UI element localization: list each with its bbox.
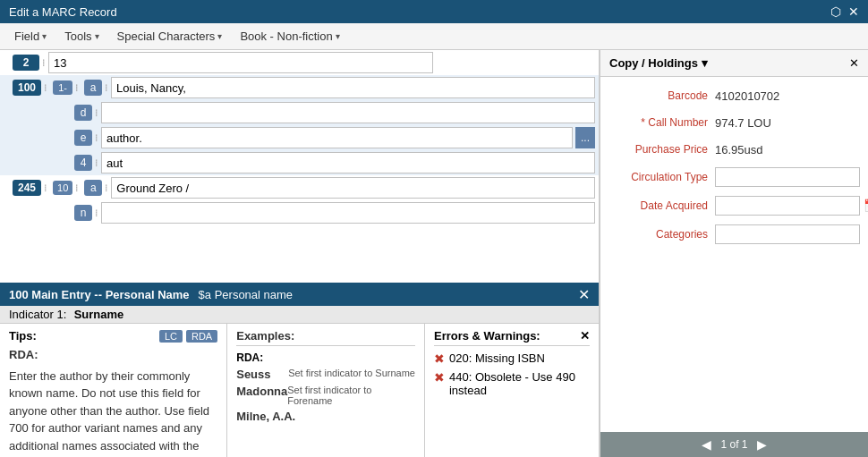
indicator-box-245[interactable]: 10 [53, 181, 72, 195]
subfield-info: $a Personal name [199, 288, 294, 301]
errors-close-icon[interactable]: ✕ [580, 329, 590, 343]
subfield-4-input[interactable] [101, 152, 595, 173]
tips-content: RDA: Enter the author by their commonly … [9, 346, 217, 457]
drag-handle-245-a[interactable]: ⁞ [105, 182, 108, 194]
error-icon: ✖ [434, 370, 445, 385]
drag-handle-e[interactable]: ⁞ [95, 132, 98, 144]
table-row: 4 ⁞ [0, 150, 599, 175]
circulation-type-row: Circulation Type [600, 163, 868, 191]
errors-header: Errors & Warnings: ✕ [434, 329, 590, 346]
example-desc: Set first indicator to Forename [287, 385, 415, 406]
indicator-row: Indicator 1: Surname [0, 306, 599, 324]
field-menu-arrow: ▾ [42, 31, 47, 41]
categories-label: Categories [609, 228, 708, 241]
error-icon: ✖ [434, 351, 445, 366]
date-acquired-input[interactable] [715, 196, 860, 216]
table-row: e ⁞ ... [0, 125, 599, 150]
copy-panel-title: Copy / Holdings [609, 56, 698, 70]
main-content: 2 ⁞ 100 ⁞ 1- ⁞ a ⁞ d ⁞ [0, 50, 868, 457]
tips-section: Tips: LC RDA RDA: Enter the author by th… [0, 324, 227, 457]
menu-bar: Field ▾ Tools ▾ Special Characters ▾ Boo… [0, 23, 868, 50]
error-text: 020: Missing ISBN [449, 351, 545, 365]
drag-handle-a[interactable]: ⁞ [105, 82, 108, 94]
copy-panel: Copy / Holdings ▾ ✕ Barcode 4102010702 *… [600, 50, 868, 457]
barcode-label: Barcode [609, 89, 708, 102]
categories-input[interactable] [715, 224, 860, 244]
lc-button[interactable]: LC [159, 330, 183, 343]
purchase-price-value: 16.95usd [715, 143, 859, 157]
rda-text: Enter the author by their commonly known… [9, 368, 217, 458]
tools-menu[interactable]: Tools ▾ [55, 26, 107, 47]
field-menu[interactable]: Field ▾ [5, 26, 55, 47]
errors-list: ✖020: Missing ISBN✖440: Obsolete - Use 4… [434, 351, 590, 397]
examples-header: Examples: [236, 329, 415, 346]
call-number-value: 974.7 LOU [715, 116, 859, 130]
bottom-content-area: Tips: LC RDA RDA: Enter the author by th… [0, 324, 599, 457]
drag-handle-245[interactable]: ⁞ [44, 182, 47, 194]
rda-button[interactable]: RDA [186, 330, 217, 343]
barcode-row: Barcode 4102010702 [600, 82, 868, 109]
drag-handle-245-sub[interactable]: ⁞ [75, 182, 79, 194]
book-menu-arrow: ▾ [336, 31, 340, 41]
table-row: 245 ⁞ 10 ⁞ a ⁞ [0, 175, 599, 200]
copy-panel-close-icon[interactable]: ✕ [849, 56, 859, 70]
example-name: Madonna [236, 385, 287, 406]
examples-sublabel: RDA: [236, 351, 415, 364]
subfield-e-input[interactable] [101, 127, 573, 148]
date-acquired-row: Date Acquired 📅 [600, 191, 868, 220]
subfield-tag-d: d [74, 105, 92, 121]
list-item: ✖020: Missing ISBN [434, 351, 590, 366]
circulation-type-label: Circulation Type [609, 171, 708, 183]
purchase-price-row: Purchase Price 16.95usd [600, 136, 868, 163]
book-nonfiction-menu[interactable]: Book - Non-fiction ▾ [231, 26, 348, 47]
special-characters-menu[interactable]: Special Characters ▾ [108, 26, 232, 47]
bottom-header: 100 Main Entry -- Personal Name $a Perso… [0, 283, 599, 306]
circulation-type-input[interactable] [715, 167, 860, 187]
table-row: 100 ⁞ 1- ⁞ a ⁞ [0, 75, 599, 100]
rda-label: RDA: [9, 346, 217, 364]
errors-section: Errors & Warnings: ✕ ✖020: Missing ISBN✖… [425, 324, 599, 457]
bottom-close-icon[interactable]: ✕ [578, 286, 590, 303]
example-desc: Set first indicator to Surname [288, 368, 415, 381]
subfield-245-a-input[interactable] [111, 177, 595, 199]
window-title: Edit a MARC Record [9, 5, 117, 19]
pagination-text: 1 of 1 [720, 438, 747, 451]
drag-handle-n[interactable]: ⁞ [95, 207, 98, 219]
examples-section: Examples: RDA: SeussSet first indicator … [227, 324, 425, 457]
subfield-e-button[interactable]: ... [575, 127, 595, 148]
drag-handle-sub[interactable]: ⁞ [75, 82, 79, 94]
subfield-tag-n: n [74, 205, 92, 221]
indicator-box[interactable]: 1- [53, 80, 72, 95]
example-name: Milne, A.A. [236, 410, 295, 423]
table-row: d ⁞ [0, 100, 599, 125]
subfield-d-input[interactable] [101, 102, 595, 123]
calendar-icon[interactable]: 📅 [864, 199, 868, 213]
call-number-label: * Call Number [609, 116, 708, 129]
date-acquired-label: Date Acquired [609, 199, 708, 212]
table-row: 2 ⁞ [0, 50, 599, 75]
tips-header: Tips: LC RDA [9, 329, 217, 343]
external-link-icon[interactable]: ⬡ [830, 4, 841, 19]
copy-header: Copy / Holdings ▾ ✕ [600, 50, 868, 77]
next-page-icon[interactable]: ▶ [757, 437, 767, 452]
field-tag-245: 245 [13, 180, 41, 196]
prev-page-icon[interactable]: ◀ [702, 437, 711, 452]
drag-handle[interactable]: ⁞ [44, 82, 47, 94]
indicator-label: Indicator 1: [9, 308, 66, 321]
list-item: ✖440: Obsolete - Use 490 instead [434, 370, 590, 397]
drag-handle-d[interactable]: ⁞ [95, 107, 98, 119]
copy-panel-arrow[interactable]: ▾ [702, 56, 708, 70]
barcode-value: 4102010702 [715, 89, 859, 103]
drag-handle-4[interactable]: ⁞ [95, 157, 98, 169]
drag-handle[interactable]: ⁞ [42, 57, 46, 69]
window-close-icon[interactable]: ✕ [848, 4, 859, 19]
field-value-input[interactable] [48, 52, 433, 73]
subfield-a-input[interactable] [111, 77, 595, 98]
marc-editor: 2 ⁞ 100 ⁞ 1- ⁞ a ⁞ d ⁞ [0, 50, 600, 457]
bottom-panel: 100 Main Entry -- Personal Name $a Perso… [0, 283, 599, 457]
subfield-n-input[interactable] [101, 202, 595, 224]
field-tag-2: 2 [13, 55, 39, 71]
field-info: 100 Main Entry -- Personal Name [9, 288, 190, 301]
subfield-tag-e: e [74, 130, 92, 146]
subfield-tag-245-a: a [84, 180, 102, 196]
